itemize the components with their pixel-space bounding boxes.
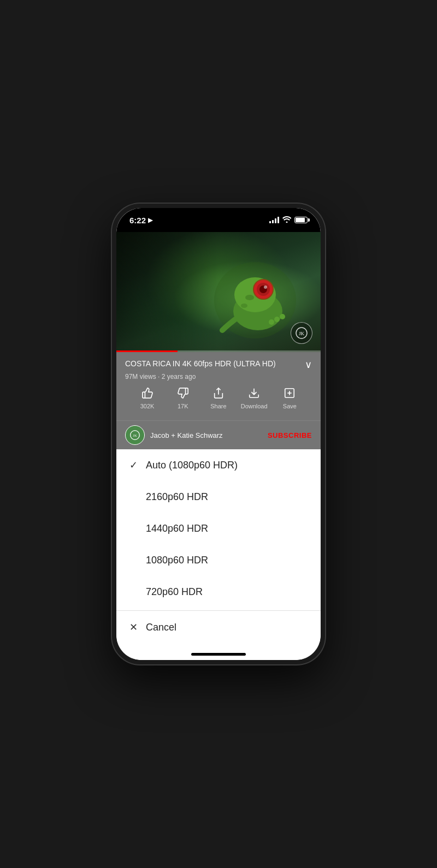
status-time: 6:22 ▶: [129, 216, 152, 225]
download-label: Download: [241, 403, 268, 409]
chevron-down-icon[interactable]: ∨: [305, 359, 312, 371]
like-button[interactable]: 302K: [134, 387, 161, 409]
subscribe-button[interactable]: SUBSCRIBE: [268, 431, 312, 439]
dislike-count: 17K: [178, 403, 188, 409]
quality-label-0: Auto (1080p60 HDR): [146, 460, 238, 471]
battery-icon: [294, 217, 308, 223]
checkmark-icon: ✓: [129, 459, 146, 471]
quality-menu: ✓ Auto (1080p60 HDR) 2160p60 HDR 1440p60…: [116, 449, 321, 610]
save-icon: [284, 387, 296, 401]
quality-label-3: 1080p60 HDR: [146, 555, 208, 566]
download-button[interactable]: Download: [240, 387, 268, 409]
video-thumbnail[interactable]: JK: [116, 232, 321, 352]
time-display: 6:22: [129, 216, 146, 225]
home-indicator: [116, 644, 321, 660]
dislike-icon: [177, 387, 189, 401]
share-label: Share: [210, 403, 226, 409]
home-bar: [191, 653, 246, 656]
phone-screen: 6:22 ▶: [116, 208, 321, 660]
channel-row: JK Jacob + Katie Schwarz SUBSCRIBE: [116, 420, 321, 449]
dislike-button[interactable]: 17K: [169, 387, 197, 409]
video-info-section: COSTA RICA IN 4K 60fps HDR (ULTRA HD) ∨ …: [116, 352, 321, 420]
download-icon: [248, 387, 260, 401]
location-arrow-icon: ▶: [148, 217, 152, 224]
status-icons: [269, 216, 308, 224]
channel-name: Jacob + Katie Schwarz: [150, 431, 223, 439]
quality-label-4: 720p60 HDR: [146, 586, 203, 598]
quality-option-3[interactable]: 1080p60 HDR: [116, 544, 321, 576]
svg-text:JK: JK: [299, 331, 305, 336]
video-title: COSTA RICA IN 4K 60fps HDR (ULTRA HD): [125, 359, 300, 368]
share-icon: [212, 387, 225, 401]
cancel-button[interactable]: ✕ Cancel: [116, 611, 321, 644]
quality-option-0[interactable]: ✓ Auto (1080p60 HDR): [116, 449, 321, 481]
save-label: Save: [283, 403, 297, 409]
cancel-x-icon: ✕: [129, 621, 146, 633]
save-button[interactable]: Save: [276, 387, 303, 409]
share-button[interactable]: Share: [205, 387, 232, 409]
wifi-icon: [282, 216, 291, 224]
svg-text:JK: JK: [133, 433, 137, 437]
quality-label-2: 1440p60 HDR: [146, 523, 208, 534]
channel-logo-overlay: JK: [291, 322, 312, 344]
phone-frame: 6:22 ▶: [112, 204, 325, 664]
quality-option-1[interactable]: 2160p60 HDR: [116, 481, 321, 513]
signal-bars-icon: [269, 217, 279, 223]
like-count: 302K: [140, 403, 155, 409]
quality-option-4[interactable]: 720p60 HDR: [116, 576, 321, 608]
cancel-label: Cancel: [146, 622, 176, 633]
cancel-section: ✕ Cancel: [116, 610, 321, 644]
action-buttons-row: 302K 17K: [125, 381, 312, 414]
notch: [183, 208, 254, 224]
channel-info: JK Jacob + Katie Schwarz: [125, 425, 223, 445]
progress-fill: [116, 350, 178, 352]
video-progress-bar[interactable]: [116, 350, 321, 352]
quality-option-2[interactable]: 1440p60 HDR: [116, 513, 321, 544]
channel-avatar[interactable]: JK: [125, 425, 145, 445]
quality-label-1: 2160p60 HDR: [146, 491, 208, 503]
like-icon: [141, 387, 153, 401]
video-meta: 97M views · 2 years ago: [125, 373, 312, 381]
